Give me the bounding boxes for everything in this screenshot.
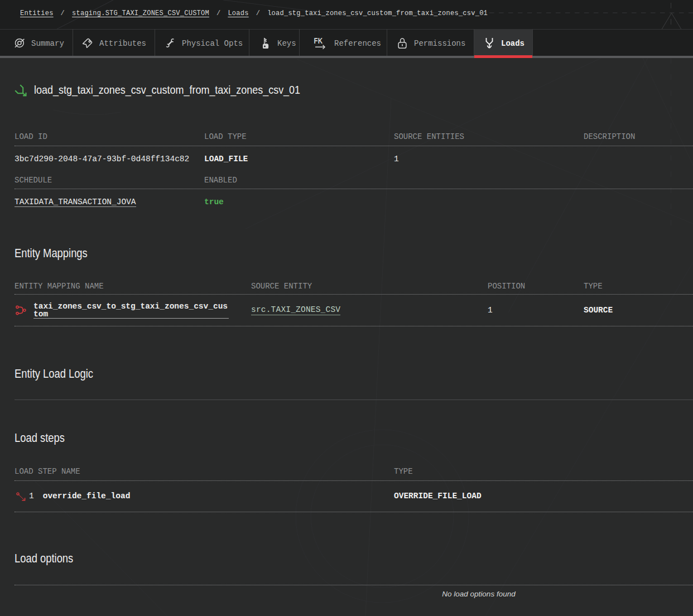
- svg-text:FK: FK: [314, 37, 323, 45]
